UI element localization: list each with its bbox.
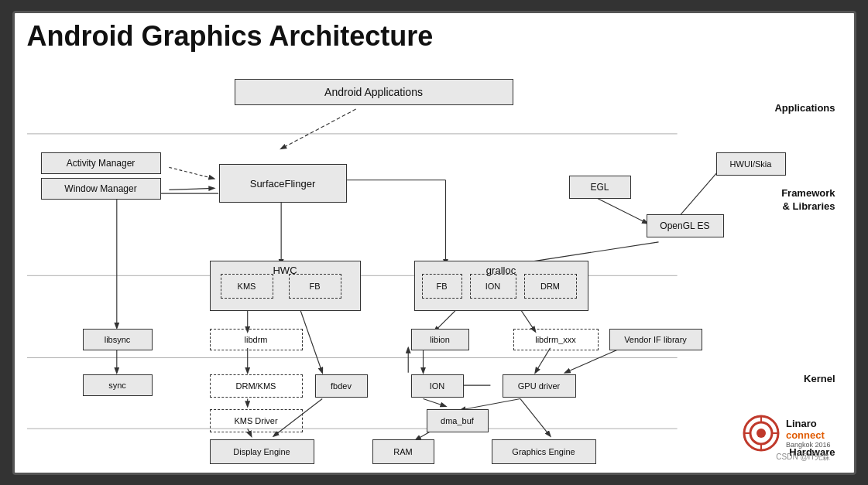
- svg-line-27: [460, 399, 520, 410]
- ram-box: RAM: [372, 439, 434, 464]
- label-framework: Framework& Libraries: [781, 187, 835, 213]
- watermark: CSDN @IT先森: [776, 452, 830, 463]
- libion-box: libion: [411, 329, 469, 350]
- activity-manager-box: Activity Manager: [41, 152, 161, 174]
- opengl-es-box: OpenGL ES: [647, 214, 724, 237]
- fb-gralloc-box: FB: [422, 274, 462, 299]
- fbdev-box: fbdev: [315, 374, 368, 398]
- svg-line-30: [564, 347, 624, 373]
- page-title: Android Graphics Architecture: [27, 21, 842, 52]
- logo-area: Linaro connect Bangkok 2016: [743, 415, 831, 452]
- diagram: Applications Framework& Libraries Kernel…: [27, 56, 842, 466]
- drm-gralloc-box: DRM: [524, 274, 577, 299]
- label-applications: Applications: [774, 102, 835, 114]
- dma-buf-box: dma_buf: [427, 409, 489, 432]
- logo-text: Linaro connect Bangkok 2016: [786, 418, 831, 449]
- sync-box: sync: [83, 374, 153, 396]
- libdrm-box: libdrm: [210, 329, 303, 350]
- ion-gralloc-box: ION: [470, 274, 516, 299]
- gpu-driver-box: GPU driver: [503, 374, 576, 398]
- surface-flinger-box: SurfaceFlinger: [219, 164, 347, 203]
- ion-kernel-box: ION: [411, 374, 464, 398]
- drm-kms-box: DRM/KMS: [210, 374, 303, 398]
- hwui-skia-box: HWUI/Skia: [716, 152, 786, 176]
- libsync-box: libsync: [83, 329, 153, 350]
- slide: Android Graphics Architecture: [12, 11, 856, 475]
- display-engine-box: Display Engine: [210, 439, 314, 464]
- kms-driver-box: KMS Driver: [210, 409, 303, 432]
- label-kernel: Kernel: [804, 373, 835, 384]
- egl-box: EGL: [569, 176, 631, 199]
- fb-hwc-box: FB: [289, 274, 341, 299]
- svg-line-32: [423, 399, 445, 407]
- svg-line-6: [169, 188, 214, 190]
- kms-hwc-box: KMS: [221, 274, 273, 299]
- libdrm-xxx-box: libdrm_xxx: [513, 329, 599, 350]
- android-apps-box: Android Applications: [235, 79, 513, 105]
- svg-point-35: [756, 429, 766, 438]
- svg-line-4: [281, 109, 356, 149]
- vendor-if-box: Vendor IF library: [609, 329, 702, 350]
- linaro-logo-icon: [743, 415, 780, 452]
- window-manager-box: Window Manager: [41, 178, 161, 200]
- svg-line-28: [520, 399, 550, 436]
- svg-line-5: [169, 167, 214, 178]
- graphics-engine-box: Graphics Engine: [492, 439, 596, 464]
- svg-line-29: [535, 348, 550, 373]
